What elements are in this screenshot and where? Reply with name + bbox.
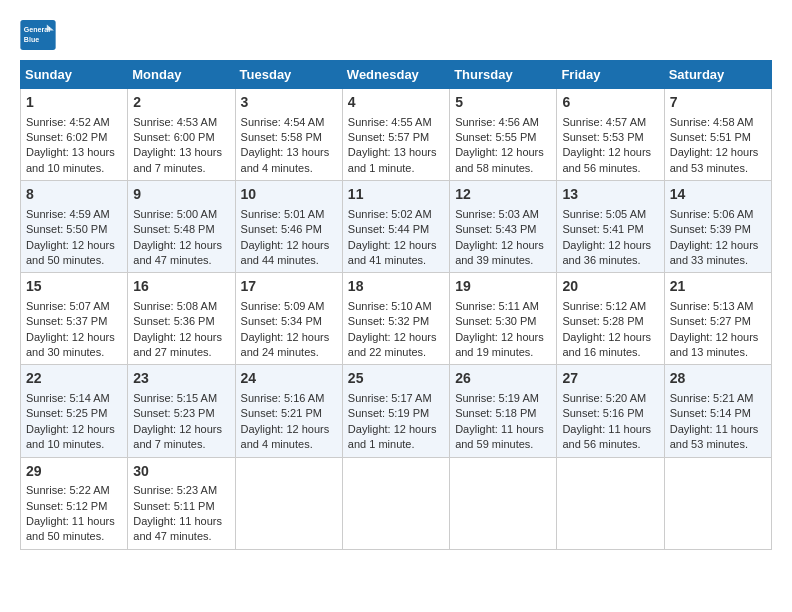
- daylight-text: Daylight: 12 hours and 19 minutes.: [455, 331, 544, 358]
- sunset-text: Sunset: 5:14 PM: [670, 407, 751, 419]
- calendar-cell: 28 Sunrise: 5:21 AM Sunset: 5:14 PM Dayl…: [664, 365, 771, 457]
- sunset-text: Sunset: 6:00 PM: [133, 131, 214, 143]
- daylight-text: Daylight: 12 hours and 22 minutes.: [348, 331, 437, 358]
- calendar-cell: 15 Sunrise: 5:07 AM Sunset: 5:37 PM Dayl…: [21, 273, 128, 365]
- sunset-text: Sunset: 5:55 PM: [455, 131, 536, 143]
- sunset-text: Sunset: 5:50 PM: [26, 223, 107, 235]
- calendar-cell: 5 Sunrise: 4:56 AM Sunset: 5:55 PM Dayli…: [450, 89, 557, 181]
- daylight-text: Daylight: 13 hours and 4 minutes.: [241, 146, 330, 173]
- calendar-cell: 20 Sunrise: 5:12 AM Sunset: 5:28 PM Dayl…: [557, 273, 664, 365]
- day-number: 12: [455, 185, 551, 205]
- sunset-text: Sunset: 5:34 PM: [241, 315, 322, 327]
- daylight-text: Daylight: 12 hours and 41 minutes.: [348, 239, 437, 266]
- daylight-text: Daylight: 11 hours and 50 minutes.: [26, 515, 115, 542]
- calendar-cell: [342, 457, 449, 549]
- daylight-text: Daylight: 13 hours and 7 minutes.: [133, 146, 222, 173]
- day-number: 30: [133, 462, 229, 482]
- calendar-cell: 23 Sunrise: 5:15 AM Sunset: 5:23 PM Dayl…: [128, 365, 235, 457]
- sunrise-text: Sunrise: 5:14 AM: [26, 392, 110, 404]
- day-number: 13: [562, 185, 658, 205]
- daylight-text: Daylight: 11 hours and 59 minutes.: [455, 423, 544, 450]
- sunrise-text: Sunrise: 5:00 AM: [133, 208, 217, 220]
- sunrise-text: Sunrise: 5:08 AM: [133, 300, 217, 312]
- day-number: 20: [562, 277, 658, 297]
- calendar-cell: 19 Sunrise: 5:11 AM Sunset: 5:30 PM Dayl…: [450, 273, 557, 365]
- sunrise-text: Sunrise: 5:07 AM: [26, 300, 110, 312]
- daylight-text: Daylight: 12 hours and 24 minutes.: [241, 331, 330, 358]
- sunrise-text: Sunrise: 5:02 AM: [348, 208, 432, 220]
- sunrise-text: Sunrise: 5:22 AM: [26, 484, 110, 496]
- calendar-cell: 26 Sunrise: 5:19 AM Sunset: 5:18 PM Dayl…: [450, 365, 557, 457]
- column-header-sunday: Sunday: [21, 61, 128, 89]
- sunrise-text: Sunrise: 4:54 AM: [241, 116, 325, 128]
- column-header-tuesday: Tuesday: [235, 61, 342, 89]
- sunrise-text: Sunrise: 5:11 AM: [455, 300, 539, 312]
- week-row-3: 15 Sunrise: 5:07 AM Sunset: 5:37 PM Dayl…: [21, 273, 772, 365]
- daylight-text: Daylight: 12 hours and 56 minutes.: [562, 146, 651, 173]
- day-number: 29: [26, 462, 122, 482]
- day-number: 1: [26, 93, 122, 113]
- sunset-text: Sunset: 5:46 PM: [241, 223, 322, 235]
- calendar-cell: 1 Sunrise: 4:52 AM Sunset: 6:02 PM Dayli…: [21, 89, 128, 181]
- sunset-text: Sunset: 5:39 PM: [670, 223, 751, 235]
- svg-text:General: General: [24, 26, 50, 33]
- sunrise-text: Sunrise: 5:10 AM: [348, 300, 432, 312]
- daylight-text: Daylight: 11 hours and 56 minutes.: [562, 423, 651, 450]
- sunrise-text: Sunrise: 5:06 AM: [670, 208, 754, 220]
- header-row: SundayMondayTuesdayWednesdayThursdayFrid…: [21, 61, 772, 89]
- svg-rect-0: [20, 20, 55, 50]
- sunrise-text: Sunrise: 4:57 AM: [562, 116, 646, 128]
- sunset-text: Sunset: 5:48 PM: [133, 223, 214, 235]
- day-number: 17: [241, 277, 337, 297]
- calendar-cell: 7 Sunrise: 4:58 AM Sunset: 5:51 PM Dayli…: [664, 89, 771, 181]
- calendar-cell: 24 Sunrise: 5:16 AM Sunset: 5:21 PM Dayl…: [235, 365, 342, 457]
- day-number: 8: [26, 185, 122, 205]
- calendar-cell: 8 Sunrise: 4:59 AM Sunset: 5:50 PM Dayli…: [21, 181, 128, 273]
- sunset-text: Sunset: 5:18 PM: [455, 407, 536, 419]
- day-number: 9: [133, 185, 229, 205]
- sunset-text: Sunset: 5:58 PM: [241, 131, 322, 143]
- daylight-text: Daylight: 12 hours and 58 minutes.: [455, 146, 544, 173]
- sunset-text: Sunset: 5:25 PM: [26, 407, 107, 419]
- calendar-cell: 6 Sunrise: 4:57 AM Sunset: 5:53 PM Dayli…: [557, 89, 664, 181]
- week-row-1: 1 Sunrise: 4:52 AM Sunset: 6:02 PM Dayli…: [21, 89, 772, 181]
- daylight-text: Daylight: 12 hours and 30 minutes.: [26, 331, 115, 358]
- daylight-text: Daylight: 12 hours and 53 minutes.: [670, 146, 759, 173]
- sunrise-text: Sunrise: 5:12 AM: [562, 300, 646, 312]
- sunrise-text: Sunrise: 5:09 AM: [241, 300, 325, 312]
- column-header-wednesday: Wednesday: [342, 61, 449, 89]
- sunrise-text: Sunrise: 4:59 AM: [26, 208, 110, 220]
- calendar-cell: 18 Sunrise: 5:10 AM Sunset: 5:32 PM Dayl…: [342, 273, 449, 365]
- logo: General Blue: [20, 20, 60, 50]
- sunset-text: Sunset: 5:53 PM: [562, 131, 643, 143]
- calendar-cell: 25 Sunrise: 5:17 AM Sunset: 5:19 PM Dayl…: [342, 365, 449, 457]
- sunrise-text: Sunrise: 4:53 AM: [133, 116, 217, 128]
- calendar-cell: [664, 457, 771, 549]
- sunrise-text: Sunrise: 4:58 AM: [670, 116, 754, 128]
- calendar-table: SundayMondayTuesdayWednesdayThursdayFrid…: [20, 60, 772, 550]
- sunrise-text: Sunrise: 5:13 AM: [670, 300, 754, 312]
- calendar-cell: 2 Sunrise: 4:53 AM Sunset: 6:00 PM Dayli…: [128, 89, 235, 181]
- daylight-text: Daylight: 12 hours and 1 minute.: [348, 423, 437, 450]
- calendar-cell: 30 Sunrise: 5:23 AM Sunset: 5:11 PM Dayl…: [128, 457, 235, 549]
- sunrise-text: Sunrise: 5:21 AM: [670, 392, 754, 404]
- logo-icon: General Blue: [20, 20, 56, 50]
- day-number: 19: [455, 277, 551, 297]
- day-number: 5: [455, 93, 551, 113]
- sunrise-text: Sunrise: 4:52 AM: [26, 116, 110, 128]
- day-number: 23: [133, 369, 229, 389]
- calendar-cell: 29 Sunrise: 5:22 AM Sunset: 5:12 PM Dayl…: [21, 457, 128, 549]
- calendar-cell: [235, 457, 342, 549]
- daylight-text: Daylight: 12 hours and 36 minutes.: [562, 239, 651, 266]
- sunset-text: Sunset: 5:32 PM: [348, 315, 429, 327]
- sunrise-text: Sunrise: 5:15 AM: [133, 392, 217, 404]
- sunset-text: Sunset: 5:27 PM: [670, 315, 751, 327]
- day-number: 24: [241, 369, 337, 389]
- week-row-5: 29 Sunrise: 5:22 AM Sunset: 5:12 PM Dayl…: [21, 457, 772, 549]
- sunset-text: Sunset: 5:30 PM: [455, 315, 536, 327]
- column-header-saturday: Saturday: [664, 61, 771, 89]
- daylight-text: Daylight: 12 hours and 44 minutes.: [241, 239, 330, 266]
- daylight-text: Daylight: 12 hours and 4 minutes.: [241, 423, 330, 450]
- sunset-text: Sunset: 5:43 PM: [455, 223, 536, 235]
- calendar-cell: [450, 457, 557, 549]
